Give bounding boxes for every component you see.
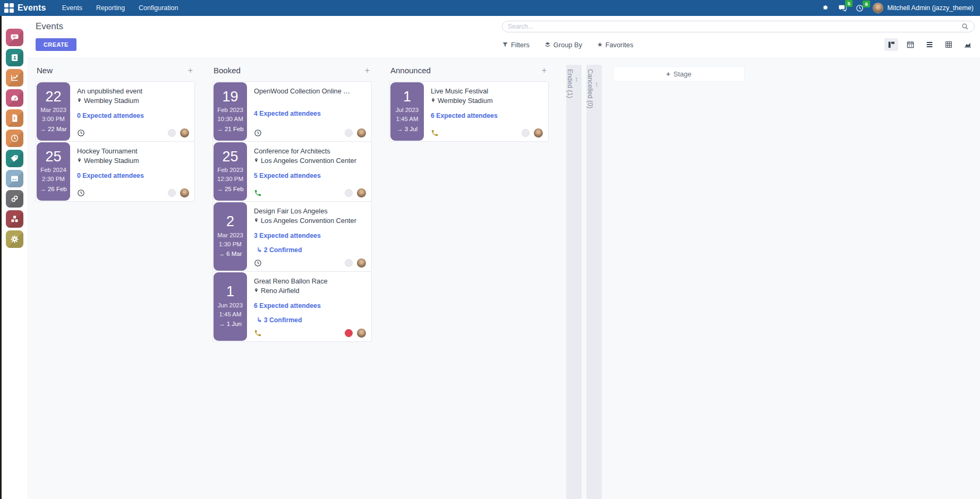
event-card-footer-right (345, 259, 366, 268)
event-time: 1:45 AM (396, 115, 418, 124)
messages-icon[interactable]: 5 (838, 4, 847, 12)
add-record-plus-icon[interactable]: + (188, 66, 193, 75)
dashboards-app-icon[interactable] (6, 89, 23, 107)
unfold-arrow-icon: ↔ (594, 81, 602, 88)
activity-state-dot[interactable] (345, 259, 353, 267)
discuss-app-icon[interactable] (6, 29, 23, 46)
inventory-app-icon[interactable] (6, 210, 23, 228)
clock-icon[interactable] (77, 129, 85, 137)
pivot-view-button[interactable] (942, 38, 956, 51)
sales-chart-app-icon[interactable] (6, 69, 23, 87)
filters-menu[interactable]: Filters (502, 41, 530, 49)
activities-clock-icon[interactable]: 6 (856, 4, 864, 12)
confirmed-attendees-link[interactable]: ↳ 2 Confirmed (257, 246, 366, 254)
event-card[interactable]: 1Jun 20231:45 AM→ 1 JunGreat Reno Ballon… (212, 271, 372, 342)
view-switcher (884, 38, 975, 51)
phone-icon[interactable] (254, 329, 262, 337)
user-menu[interactable]: Mitchell Admin (jazzy_theme) (873, 3, 974, 13)
expected-attendees-link[interactable]: 4 Expected attendees (254, 110, 366, 117)
search-box[interactable] (502, 21, 975, 32)
event-card[interactable]: 1Jul 20231:45 AM→ 3 JulLive Music Festiv… (389, 81, 549, 142)
phone-icon[interactable] (431, 129, 439, 137)
navbar-menu-events[interactable]: Events (62, 4, 82, 12)
event-card[interactable]: 25Feb 20242:30 PM→ 26 FebHockey Tourname… (36, 141, 195, 202)
activity-state-dot[interactable] (345, 329, 353, 337)
event-end-date: → 1 Jun (219, 319, 242, 329)
folded-column-content: ↔Ended (1) (566, 69, 582, 98)
messages-count-badge: 5 (845, 0, 852, 7)
event-card[interactable]: 25Feb 202312:30 PM→ 25 FebConference for… (212, 141, 372, 202)
activity-state-dot[interactable] (168, 129, 176, 137)
assignee-avatar[interactable] (357, 259, 366, 268)
expected-attendees-link[interactable]: 0 Expected attendees (77, 112, 189, 119)
expected-attendees-link[interactable]: 0 Expected attendees (77, 172, 189, 179)
apps-menu-button[interactable]: Events (4, 3, 46, 13)
search-icon[interactable] (961, 23, 969, 30)
search-options-row: Filters Group By ★ Favorites (502, 38, 975, 51)
event-date-block: 25Feb 20242:30 PM→ 26 Feb (37, 142, 70, 201)
clock-icon[interactable] (77, 189, 85, 197)
event-card[interactable]: 19Feb 202310:30 AM→ 21 FebOpenWood Colle… (212, 81, 372, 142)
activity-state-dot[interactable] (168, 189, 176, 197)
expected-attendees-link[interactable]: 5 Expected attendees (254, 172, 366, 179)
assignee-avatar[interactable] (180, 188, 189, 197)
settings-app-icon[interactable] (6, 230, 23, 248)
events-app-window: Events EventsReportingConfiguration 5 6 … (0, 0, 980, 499)
kanban-view-button[interactable] (884, 38, 898, 51)
event-time: 3:00 PM (42, 115, 65, 124)
event-date-block: 1Jul 20231:45 AM→ 3 Jul (390, 82, 424, 141)
expected-attendees-link[interactable]: 6 Expected attendees (431, 112, 543, 119)
event-card[interactable]: 2Mar 20231:30 PM→ 6 MarDesign Fair Los A… (212, 201, 372, 272)
navbar-menu-reporting[interactable]: Reporting (96, 4, 125, 12)
clock-icon[interactable] (254, 129, 262, 137)
clock-icon[interactable] (254, 259, 262, 267)
folded-column-ended-1-[interactable]: ↔Ended (1) (566, 65, 582, 499)
event-month-year: Jun 2023 (218, 301, 243, 310)
search-input[interactable] (508, 23, 961, 30)
location-pin-icon (431, 97, 436, 106)
assignee-avatar[interactable] (534, 128, 543, 137)
event-day: 25 (45, 149, 61, 164)
favorites-menu[interactable]: ★ Favorites (597, 41, 633, 49)
confirmed-attendees-link[interactable]: ↳ 3 Confirmed (257, 316, 366, 324)
activity-state-dot[interactable] (345, 129, 353, 137)
event-card[interactable]: 22Mar 20233:00 PM→ 22 MarAn unpublished … (36, 81, 195, 142)
assignee-avatar[interactable] (180, 128, 189, 137)
link-tracker-app-icon[interactable] (6, 190, 23, 208)
event-location-text: Wembley Stadium (438, 97, 493, 106)
phone-icon[interactable] (254, 189, 262, 197)
app-sidebar: $ (0, 16, 27, 499)
calendar-view-button[interactable] (904, 38, 917, 51)
activity-state-dot[interactable] (522, 129, 530, 137)
events-app-icon[interactable] (6, 150, 23, 167)
add-record-plus-icon[interactable]: + (365, 66, 370, 75)
contacts-app-icon[interactable] (6, 49, 23, 66)
event-card-footer-right (168, 128, 189, 137)
kanban-board: New+22Mar 20233:00 PM→ 22 MarAn unpublis… (27, 58, 980, 499)
create-button[interactable]: CREATE (36, 38, 76, 51)
event-location: Los Angeles Convention Center (254, 217, 366, 226)
group-by-menu[interactable]: Group By (544, 41, 582, 49)
add-stage-button[interactable]: +Stage (613, 66, 745, 82)
assignee-avatar[interactable] (357, 188, 366, 197)
invoicing-app-icon[interactable]: $ (6, 109, 23, 127)
graph-view-button[interactable] (961, 38, 975, 51)
event-title: Design Fair Los Angeles (254, 207, 366, 216)
app-brand: Events (18, 3, 46, 13)
subscriptions-app-icon[interactable] (6, 170, 23, 187)
location-pin-icon (77, 97, 82, 106)
assignee-avatar[interactable] (357, 329, 366, 338)
activity-state-dot[interactable] (345, 189, 353, 197)
list-view-button[interactable] (923, 38, 936, 51)
event-card-footer-right (345, 329, 366, 338)
expected-attendees-link[interactable]: 3 Expected attendees (254, 232, 366, 239)
debug-bug-icon[interactable] (822, 4, 829, 12)
assignee-avatar[interactable] (357, 128, 366, 137)
add-record-plus-icon[interactable]: + (542, 66, 547, 75)
event-location-text: Los Angeles Convention Center (261, 217, 356, 226)
navbar-menu-configuration[interactable]: Configuration (139, 4, 178, 12)
world-clock-app-icon[interactable] (6, 130, 23, 147)
plus-icon: + (666, 70, 670, 78)
expected-attendees-link[interactable]: 6 Expected attendees (254, 302, 366, 309)
folded-column-cancelled-0-[interactable]: ↔Cancelled (0) (586, 65, 602, 499)
